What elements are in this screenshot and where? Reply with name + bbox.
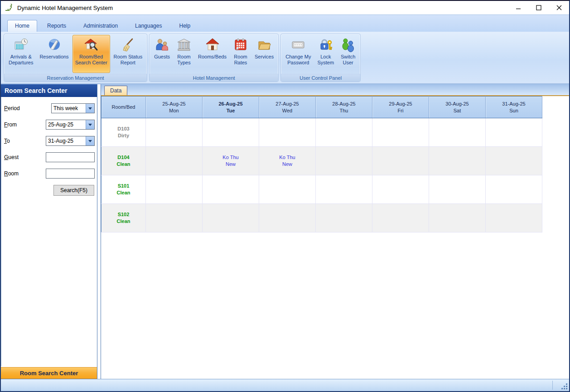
- schedule-cell-d104-27-aug-25[interactable]: Ko ThuNew: [259, 147, 316, 175]
- ribbon-button-room-rates[interactable]: RoomRates: [230, 35, 251, 73]
- resize-grip-icon[interactable]: [561, 383, 567, 389]
- table-row-d104: D104CleanKo ThuNewKo ThuNew: [101, 147, 542, 175]
- schedule-cell-d104-26-aug-25[interactable]: Ko ThuNew: [203, 147, 259, 175]
- schedule-cell-d104-29-aug-25[interactable]: [372, 147, 429, 175]
- schedule-cell-s102-27-aug-25[interactable]: [259, 204, 316, 232]
- ribbon-button-arrivals-departures[interactable]: Arrivals &Departures: [6, 35, 36, 73]
- schedule-cell-s102-29-aug-25[interactable]: [372, 204, 429, 232]
- chevron-down-icon[interactable]: [86, 120, 94, 129]
- schedule-cell-s101-29-aug-25[interactable]: [372, 175, 429, 204]
- search-button[interactable]: Search(F5): [53, 185, 94, 196]
- to-combo-value: 31-Aug-25: [46, 138, 86, 144]
- ribbon-button-switch-user[interactable]: SwitchUser: [338, 35, 358, 73]
- schedule-cell-s101-25-aug-25[interactable]: [146, 175, 203, 204]
- to-combo[interactable]: 31-Aug-25: [46, 136, 95, 146]
- schedule-cell-s102-30-aug-25[interactable]: [429, 204, 486, 232]
- close-icon[interactable]: [549, 1, 569, 14]
- ribbon-button-guests[interactable]: Guests: [151, 35, 173, 73]
- to-field-row: To31-Aug-25: [4, 136, 95, 146]
- schedule-cell-s101-30-aug-25[interactable]: [429, 175, 486, 204]
- minimize-icon[interactable]: [508, 1, 528, 14]
- schedule-cell-d104-31-aug-25[interactable]: [486, 147, 542, 175]
- schedule-cell-d104-25-aug-25[interactable]: [146, 147, 203, 175]
- switch-user-icon: [340, 37, 356, 53]
- schedule-cell-s101-27-aug-25[interactable]: [259, 175, 316, 204]
- house-icon: [205, 37, 220, 53]
- room-cell-d104[interactable]: D104Clean: [101, 147, 146, 175]
- reservation-entry[interactable]: Ko ThuNew: [222, 155, 238, 167]
- menu-tab-help[interactable]: Help: [172, 20, 198, 32]
- schedule-cell-s102-28-aug-25[interactable]: [316, 204, 372, 232]
- ribbon-button-room-types[interactable]: RoomTypes: [174, 35, 194, 73]
- period-combo[interactable]: This week: [51, 103, 95, 113]
- column-header-30-aug-25: 30-Aug-25Sat: [429, 97, 486, 118]
- menu-tab-languages[interactable]: Languages: [128, 20, 169, 32]
- guest-label: Guest: [4, 154, 19, 160]
- period-field-row: PeriodThis week: [4, 103, 95, 113]
- schedule-cell-s101-26-aug-25[interactable]: [203, 175, 259, 204]
- from-combo-value: 25-Aug-25: [46, 121, 86, 128]
- guests-icon: [155, 37, 170, 53]
- app-window: Dynamic Hotel Management System HomeRepo…: [0, 0, 570, 392]
- schedule-cell-d103-28-aug-25[interactable]: [316, 118, 372, 147]
- guest-input[interactable]: [46, 152, 95, 162]
- menu-tab-administration[interactable]: Administration: [76, 20, 125, 32]
- from-label: From: [4, 121, 17, 128]
- reservation-entry[interactable]: Ko ThuNew: [279, 155, 295, 167]
- ribbon-group-user-control-panel: Change MyPassword LockSystem SwitchUserU…: [280, 34, 361, 82]
- schedule-cell-d103-27-aug-25[interactable]: [259, 118, 316, 147]
- column-header-room-bed: Room/Bed: [101, 97, 146, 118]
- content-panel: Data Room/Bed25-Aug-25Mon26-Aug-25Tue27-…: [101, 84, 569, 379]
- scheduler-grid: Room/Bed25-Aug-25Mon26-Aug-25Tue27-Aug-2…: [101, 96, 569, 379]
- schedule-cell-s101-28-aug-25[interactable]: [316, 175, 372, 204]
- column-header-28-aug-25: 28-Aug-25Thu: [316, 97, 372, 118]
- document-tab-bar: Data: [101, 84, 569, 96]
- schedule-cell-d103-26-aug-25[interactable]: [203, 118, 259, 147]
- sidebar-splitter[interactable]: [97, 84, 101, 379]
- ribbon-button-change-my-password[interactable]: Change MyPassword: [283, 35, 314, 73]
- schedule-cell-d103-25-aug-25[interactable]: [146, 118, 203, 147]
- schedule-cell-d104-28-aug-25[interactable]: [316, 147, 372, 175]
- room-cell-s101[interactable]: S101Clean: [101, 175, 146, 204]
- ribbon-button-label: Change MyPassword: [285, 54, 311, 66]
- schedule-cell-d103-29-aug-25[interactable]: [372, 118, 429, 147]
- from-combo[interactable]: 25-Aug-25: [46, 120, 95, 130]
- schedule-cell-d104-30-aug-25[interactable]: [429, 147, 486, 175]
- ribbon-button-room-status-report[interactable]: Room StatusReport: [111, 35, 145, 73]
- chevron-down-icon[interactable]: [86, 104, 94, 113]
- schedule-cell-s102-26-aug-25[interactable]: [203, 204, 259, 232]
- tab-data[interactable]: Data: [104, 86, 127, 95]
- room-input[interactable]: [46, 169, 95, 179]
- column-header-25-aug-25: 25-Aug-25Mon: [146, 97, 203, 118]
- ribbon-button-lock-system[interactable]: LockSystem: [314, 35, 337, 73]
- column-header-26-aug-25: 26-Aug-25Tue: [203, 97, 259, 118]
- globe-icon: [47, 37, 62, 53]
- schedule-cell-d103-31-aug-25[interactable]: [486, 118, 542, 147]
- schedule-cell-s102-25-aug-25[interactable]: [146, 204, 203, 232]
- ribbon-button-label: Room StatusReport: [114, 54, 143, 66]
- schedule-cell-d103-30-aug-25[interactable]: [429, 118, 486, 147]
- maximize-icon[interactable]: [528, 1, 549, 14]
- ribbon-button-label: Rooms/Beds: [198, 54, 227, 66]
- lock-key-icon: [318, 37, 333, 53]
- ribbon-button-room-bed-search-center[interactable]: Room/BedSearch Center: [72, 35, 110, 73]
- room-cell-s102[interactable]: S102Clean: [101, 204, 146, 232]
- main-area: Room Search Center PeriodThis weekFrom25…: [1, 84, 569, 379]
- period-combo-value: This week: [52, 105, 86, 111]
- room-cell-d103[interactable]: D103Dirty: [101, 118, 146, 147]
- room-search-form: PeriodThis weekFrom25-Aug-25To31-Aug-25G…: [1, 97, 97, 366]
- menu-tab-reports[interactable]: Reports: [40, 20, 73, 32]
- ribbon-button-label: RoomRates: [234, 54, 247, 66]
- menu-tab-home[interactable]: Home: [7, 20, 37, 32]
- ribbon-button-reservations[interactable]: Reservations: [37, 35, 71, 73]
- guest-field-row: Guest: [4, 152, 95, 162]
- ribbon-button-rooms-beds[interactable]: Rooms/Beds: [195, 35, 229, 73]
- ribbon-group-hotel-management: Guests RoomTypes Rooms/Beds RoomRates Se…: [149, 34, 279, 82]
- from-field-row: From25-Aug-25: [4, 120, 95, 130]
- table-row-s102: S102Clean: [101, 204, 542, 232]
- sidebar-nav-room-search-center[interactable]: Room Search Center: [1, 367, 97, 379]
- schedule-cell-s101-31-aug-25[interactable]: [486, 175, 542, 204]
- schedule-cell-s102-31-aug-25[interactable]: [486, 204, 542, 232]
- chevron-down-icon[interactable]: [86, 136, 94, 145]
- ribbon-button-services[interactable]: Services: [252, 35, 276, 73]
